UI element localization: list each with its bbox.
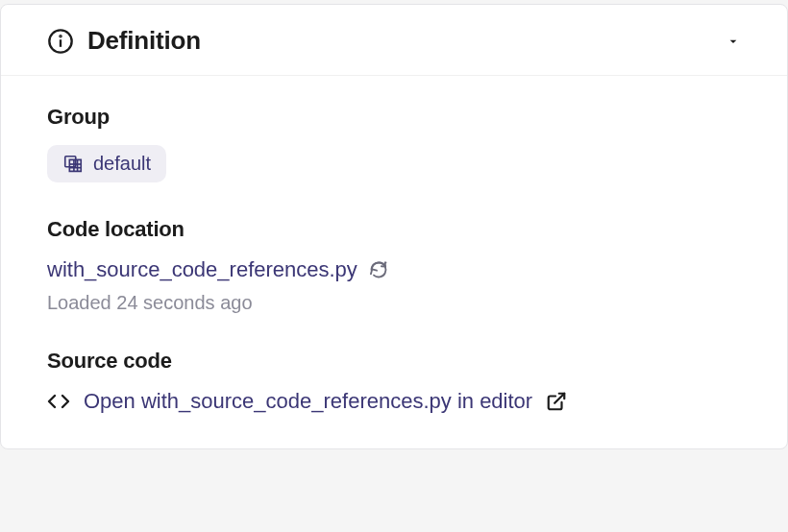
group-icon <box>62 154 84 175</box>
caret-down-icon <box>726 34 741 49</box>
refresh-icon[interactable] <box>369 260 388 279</box>
loaded-timestamp: Loaded 24 seconds ago <box>47 292 741 314</box>
open-in-editor-link[interactable]: Open with_source_code_references.py in e… <box>84 389 532 414</box>
panel-body: Group default Code location with_source_… <box>1 76 787 448</box>
source-code-row: Open with_source_code_references.py in e… <box>47 389 741 414</box>
group-section: Group default <box>47 105 741 182</box>
panel-header[interactable]: Definition <box>1 5 787 76</box>
source-code-section: Source code Open with_source_code_refere… <box>47 349 741 414</box>
definition-panel: Definition Group default Code locatio <box>0 4 788 449</box>
header-left: Definition <box>47 26 201 56</box>
group-chip-text: default <box>93 153 151 175</box>
code-location-label: Code location <box>47 217 741 242</box>
info-icon <box>47 28 74 55</box>
group-label: Group <box>47 105 741 130</box>
group-chip[interactable]: default <box>47 145 166 182</box>
external-link-icon <box>546 391 567 412</box>
code-location-row: with_source_code_references.py <box>47 257 741 282</box>
code-location-section: Code location with_source_code_reference… <box>47 217 741 314</box>
source-code-label: Source code <box>47 349 741 374</box>
code-location-link[interactable]: with_source_code_references.py <box>47 257 357 282</box>
panel-title: Definition <box>87 26 201 56</box>
svg-line-8 <box>554 394 564 403</box>
svg-point-2 <box>60 36 61 36</box>
code-icon <box>47 390 70 413</box>
